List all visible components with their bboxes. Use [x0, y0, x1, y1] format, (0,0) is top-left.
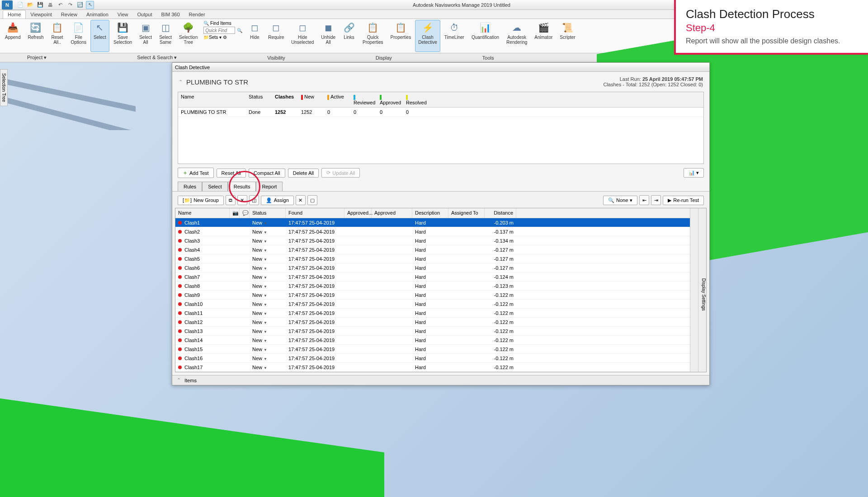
ribbon-tab-viewpoint[interactable]: Viewpoint	[26, 10, 57, 19]
delete-all-button[interactable]: Delete All	[288, 169, 319, 178]
col-active[interactable]: Active	[325, 92, 351, 107]
rt-col-distance[interactable]: Distance	[485, 208, 516, 218]
ribbon-unhide-all-button[interactable]: ◼UnhideAll	[318, 20, 339, 52]
clash-row[interactable]: Clash14New ▼17:47:57 25-04-2019Hard-0.12…	[175, 336, 690, 345]
ribbon-autodesk-rendering-button[interactable]: ☁AutodeskRendering	[503, 20, 530, 52]
export-button[interactable]: 📊 ▾	[684, 168, 704, 178]
ribbon-timeliner-button[interactable]: ⏱TimeLiner	[441, 20, 467, 52]
qat-select-icon[interactable]: ↖	[86, 1, 94, 9]
ribbon-tab-review[interactable]: Review	[57, 10, 82, 19]
results-scrollbar[interactable]	[690, 208, 698, 372]
ribbon-file-options-button[interactable]: 📄FileOptions	[68, 20, 90, 52]
explode-icon[interactable]: ✕	[237, 195, 247, 205]
rt-col-assigned[interactable]: Assigned To	[448, 208, 485, 218]
rt-col-comment-icon[interactable]: 💬	[240, 208, 250, 218]
prev-icon[interactable]: ⇤	[639, 195, 649, 205]
rt-col-status[interactable]: Status	[250, 208, 286, 218]
new-group-button[interactable]: [📁]New Group	[178, 196, 224, 205]
qat-print-icon[interactable]: 🖶	[46, 1, 54, 9]
clash-row[interactable]: Clash12New ▼17:47:57 25-04-2019Hard-0.12…	[175, 318, 690, 327]
unassign-icon[interactable]: ✕	[296, 195, 306, 205]
ribbon-selection-tree-button[interactable]: 🌳SelectionTree	[176, 20, 201, 52]
ribbon-append-button[interactable]: 📥Append	[2, 20, 24, 52]
result-tab-report[interactable]: Report	[256, 182, 283, 191]
rt-col-name[interactable]: Name	[175, 208, 230, 218]
clash-row[interactable]: Clash9New ▼17:47:57 25-04-2019Hard-0.122…	[175, 291, 690, 300]
qat-save-icon[interactable]: 💾	[36, 1, 44, 9]
col-status[interactable]: Status	[246, 92, 272, 107]
reset-all-button[interactable]: Reset All	[217, 169, 246, 178]
sets-dropdown[interactable]: 📁Sets ▾ ⚙	[203, 35, 242, 40]
qat-new-icon[interactable]: 📄	[16, 1, 24, 9]
ribbon-tab-animation[interactable]: Animation	[82, 10, 113, 19]
clash-row[interactable]: Clash8New ▼17:47:57 25-04-2019Hard-0.123…	[175, 281, 690, 291]
qat-redo-icon[interactable]: ↷	[66, 1, 74, 9]
rt-col-approved[interactable]: Approved	[372, 208, 412, 218]
filter-icon[interactable]: ▢	[307, 195, 317, 205]
result-tab-select[interactable]: Select	[202, 182, 228, 191]
3d-viewport[interactable]: Selection Tree Clash Detective ⌃ PLUMBIN…	[0, 62, 868, 497]
clash-panel-title[interactable]: Clash Detective	[172, 63, 709, 72]
ribbon-save-selection-button[interactable]: 💾SaveSelection	[110, 20, 135, 52]
clash-row[interactable]: Clash5New ▼17:47:57 25-04-2019Hard-0.127…	[175, 254, 690, 263]
ribbon-properties-button[interactable]: 📋Properties	[387, 20, 415, 52]
filter-none-dropdown[interactable]: 🔍None▾	[603, 196, 637, 205]
clash-row[interactable]: Clash4New ▼17:47:57 25-04-2019Hard-0.127…	[175, 245, 690, 254]
items-footer[interactable]: ⌃ Items	[172, 375, 709, 385]
clash-row[interactable]: Clash15New ▼17:47:57 25-04-2019Hard-0.12…	[175, 345, 690, 354]
app-logo[interactable]: N	[2, 0, 13, 9]
assign-button[interactable]: 👤Assign	[261, 196, 294, 205]
ribbon-clash-detective-button[interactable]: ⚡ClashDetective	[415, 20, 440, 52]
add-test-button[interactable]: ＋Add Test	[178, 168, 214, 178]
rt-col-camera-icon[interactable]: 📷	[230, 208, 240, 218]
ribbon-quick-properties-button[interactable]: 📋QuickProperties	[359, 20, 387, 52]
rt-col-found[interactable]: Found	[286, 208, 344, 218]
qat-open-icon[interactable]: 📂	[26, 1, 34, 9]
ribbon-tab-output[interactable]: Output	[133, 10, 157, 19]
compact-all-button[interactable]: Compact All	[249, 169, 285, 178]
ungroup-icon[interactable]: ◫	[249, 195, 259, 205]
ribbon-animator-button[interactable]: 🎬Animator	[531, 20, 556, 52]
ribbon-select-button[interactable]: ↖Select	[90, 20, 109, 52]
ribbon-hide-button[interactable]: ◻Hide	[245, 20, 264, 52]
clash-row[interactable]: Clash11New ▼17:47:57 25-04-2019Hard-0.12…	[175, 309, 690, 318]
ribbon-quantification-button[interactable]: 📊Quantification	[468, 20, 502, 52]
collapse-icon[interactable]: ⌃	[179, 79, 183, 85]
col-new[interactable]: New	[298, 92, 325, 107]
clash-row[interactable]: Clash13New ▼17:47:57 25-04-2019Hard-0.12…	[175, 327, 690, 336]
rerun-test-button[interactable]: ▶Re-run Test	[663, 196, 704, 205]
display-settings-tab[interactable]: Display Settings	[698, 208, 706, 372]
find-items-button[interactable]: 🔍 Find Items	[203, 21, 242, 26]
quick-find-input[interactable]	[203, 27, 235, 34]
rt-col-approved-by[interactable]: Approved...	[344, 208, 372, 218]
result-tab-results[interactable]: Results	[228, 182, 256, 191]
expand-icon[interactable]: ⌃	[177, 377, 181, 383]
ribbon-tab-home[interactable]: Home	[3, 10, 26, 19]
clash-row[interactable]: Clash3New ▼17:47:57 25-04-2019Hard-0.134…	[175, 236, 690, 245]
clash-row[interactable]: Clash10New ▼17:47:57 25-04-2019Hard-0.12…	[175, 300, 690, 309]
col-clashes[interactable]: Clashes	[272, 92, 298, 107]
ribbon-links-button[interactable]: 🔗Links	[340, 20, 359, 52]
qat-undo-icon[interactable]: ↶	[56, 1, 64, 9]
col-resolved[interactable]: Resolved	[403, 92, 429, 107]
clash-row[interactable]: Clash1New ▼17:47:57 25-04-2019Hard-0.203…	[175, 218, 690, 227]
ribbon-tab-bim-360[interactable]: BIM 360	[157, 10, 184, 19]
selection-tree-tab[interactable]: Selection Tree	[0, 69, 8, 106]
clash-row[interactable]: Clash6New ▼17:47:57 25-04-2019Hard-0.127…	[175, 263, 690, 272]
project-dropdown[interactable]: Project ▾	[27, 55, 47, 61]
result-tab-rules[interactable]: Rules	[178, 182, 202, 191]
col-name[interactable]: Name	[178, 92, 246, 107]
next-icon[interactable]: ⇥	[651, 195, 661, 205]
ribbon-hide-unselected-button[interactable]: ◻HideUnselected	[288, 20, 317, 52]
ribbon-tab-render[interactable]: Render	[184, 10, 210, 19]
clash-row[interactable]: Clash7New ▼17:47:57 25-04-2019Hard-0.124…	[175, 272, 690, 281]
ribbon-require-button[interactable]: ◻Require	[265, 20, 287, 52]
qat-refresh-icon[interactable]: 🔃	[76, 1, 84, 9]
clash-row[interactable]: Clash2New ▼17:47:57 25-04-2019Hard-0.137…	[175, 227, 690, 236]
ribbon-scripter-button[interactable]: 📜Scripter	[557, 20, 578, 52]
ribbon-select-all-button[interactable]: ▣SelectAll	[136, 20, 155, 52]
group-icon[interactable]: ⧉	[226, 195, 236, 205]
col-reviewed[interactable]: Reviewed	[351, 92, 377, 107]
rt-col-description[interactable]: Description	[412, 208, 448, 218]
test-row[interactable]: PLUMBING TO STR Done 1252 1252 0 0 0 0	[178, 108, 703, 117]
